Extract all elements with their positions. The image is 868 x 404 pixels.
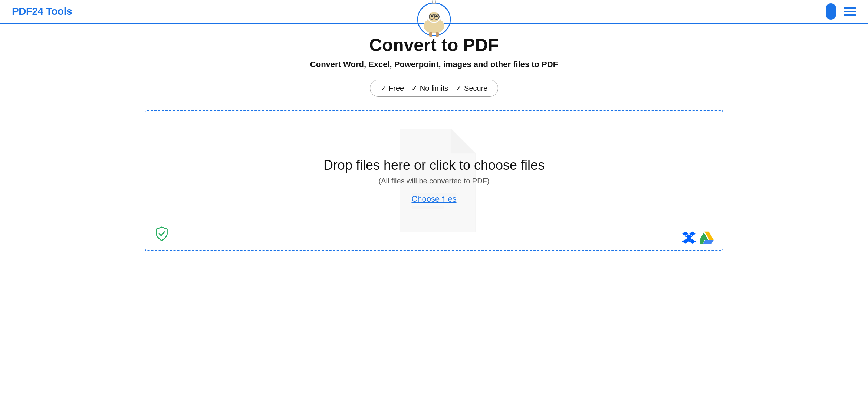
svg-point-18 <box>432 0 436 4</box>
svg-point-13 <box>431 15 433 17</box>
svg-rect-20 <box>436 32 439 37</box>
feature-secure: ✓ Secure <box>456 84 487 93</box>
page-subtitle: Convert Word, Excel, Powerpoint, images … <box>310 60 558 69</box>
feature-free: ✓ Free <box>381 84 404 93</box>
dropzone-sub-text: (All files will be converted to PDF) <box>379 177 490 185</box>
svg-point-14 <box>435 15 438 17</box>
feature-no-limits: ✓ No limits <box>411 84 448 93</box>
svg-marker-33 <box>703 240 714 244</box>
user-icon[interactable] <box>826 3 836 20</box>
mascot-icon <box>414 0 454 39</box>
google-drive-icon[interactable] <box>700 230 714 244</box>
svg-point-16 <box>437 16 437 16</box>
dropzone-main-text: Drop files here or click to choose files <box>323 158 545 173</box>
file-dropzone[interactable]: Drop files here or click to choose files… <box>145 110 723 251</box>
header: PDF24 Tools <box>0 0 868 24</box>
svg-point-15 <box>432 16 433 16</box>
security-shield-icon <box>154 226 169 243</box>
choose-files-button[interactable]: Choose files <box>411 194 456 204</box>
site-logo[interactable]: PDF24 Tools <box>12 6 72 17</box>
cloud-storage-icons <box>682 230 714 244</box>
dropbox-icon[interactable] <box>682 230 696 244</box>
hamburger-menu-icon[interactable] <box>844 7 856 16</box>
main-content: Convert to PDF Convert Word, Excel, Powe… <box>0 24 868 266</box>
header-right <box>826 3 856 20</box>
svg-rect-19 <box>429 32 432 37</box>
svg-point-12 <box>433 18 435 19</box>
features-badge: ✓ Free ✓ No limits ✓ Secure <box>370 80 499 97</box>
